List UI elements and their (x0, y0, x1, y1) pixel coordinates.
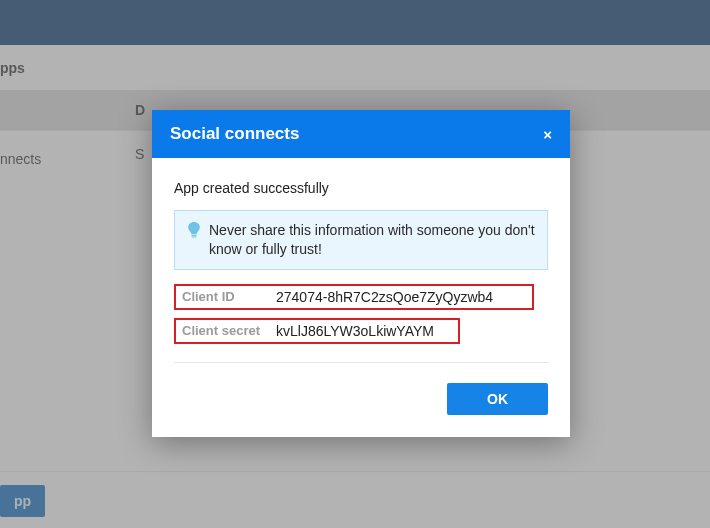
ok-button[interactable]: OK (447, 383, 548, 415)
client-id-row: Client ID 274074-8hR7C2zsQoe7ZyQyzwb4 (174, 284, 534, 310)
client-secret-row: Client secret kvLlJ86LYW3oLkiwYAYM (174, 318, 460, 344)
client-secret-label: Client secret (182, 323, 276, 338)
modal-dialog: Social connects × App created successful… (152, 110, 570, 437)
modal-title: Social connects (170, 124, 299, 144)
svg-rect-0 (191, 235, 196, 236)
client-secret-value: kvLlJ86LYW3oLkiwYAYM (276, 323, 434, 339)
client-id-label: Client ID (182, 289, 276, 304)
status-message: App created successfully (174, 180, 548, 196)
svg-rect-1 (192, 237, 196, 238)
client-id-value: 274074-8hR7C2zsQoe7ZyQyzwb4 (276, 289, 493, 305)
warning-callout: Never share this information with someon… (174, 210, 548, 270)
modal-header: Social connects × (152, 110, 570, 158)
warning-text: Never share this information with someon… (209, 221, 535, 259)
lightbulb-icon (187, 222, 201, 238)
close-icon[interactable]: × (543, 127, 552, 142)
divider (174, 362, 548, 363)
